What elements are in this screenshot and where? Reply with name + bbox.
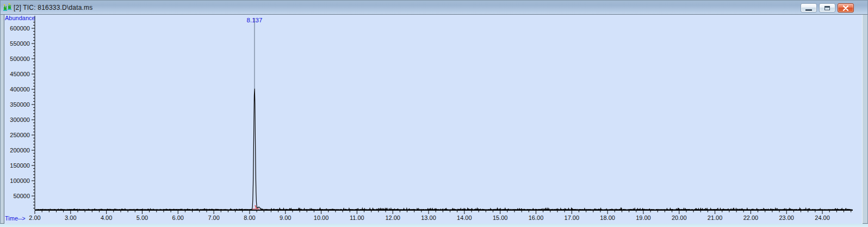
x-tick-label: 9.00 (280, 214, 291, 221)
restore-icon (824, 6, 830, 10)
chromatogram-window: [2] TIC: 816333.D\data.ms Abundance Time… (0, 0, 868, 224)
y-axis-title: Abundance (5, 15, 35, 21)
x-tick-label: 7.00 (208, 214, 219, 221)
tic-trace (35, 89, 852, 210)
window-frame-bottom (0, 224, 868, 227)
x-tick-label: 17.00 (565, 214, 580, 221)
x-tick-label: 2.00 (29, 214, 40, 221)
y-tick-label: 150000 (10, 162, 30, 169)
window-title: [2] TIC: 816333.D\data.ms (14, 3, 93, 11)
x-tick-label: 11.00 (350, 214, 364, 221)
y-tick-label: 550000 (10, 40, 30, 47)
y-tick-label: 250000 (10, 132, 30, 138)
x-tick-label: 21.00 (708, 214, 723, 221)
x-tick-label: 15.00 (493, 214, 508, 221)
x-tick-label: 19.00 (636, 214, 651, 221)
x-tick-label: 3.00 (65, 214, 76, 221)
x-tick-label: 12.00 (385, 214, 400, 221)
chromatogram-plot[interactable]: 2.003.004.005.006.007.008.009.0010.0011.… (4, 15, 862, 224)
y-tick-label: 300000 (10, 116, 30, 123)
y-tick-label: 400000 (10, 86, 30, 93)
x-tick-label: 20.00 (672, 214, 687, 221)
window-controls (801, 3, 854, 13)
peak-rt-label: 8.137 (247, 17, 263, 23)
close-icon (842, 5, 849, 11)
close-button[interactable] (838, 3, 854, 13)
x-tick-label: 14.00 (457, 214, 472, 221)
title-bar[interactable]: [2] TIC: 816333.D\data.ms (1, 1, 867, 15)
x-tick-label: 10.00 (314, 214, 329, 221)
x-tick-label: 13.00 (421, 214, 436, 221)
minimize-button[interactable] (801, 3, 817, 13)
x-tick-label: 23.00 (779, 214, 794, 221)
y-tick-label: 450000 (10, 71, 30, 77)
integration-baseline-mark (252, 209, 259, 210)
x-axis-title: Time--> (5, 215, 26, 222)
chromatogram-icon (3, 3, 12, 12)
x-tick-label: 5.00 (137, 214, 148, 221)
x-tick-label: 6.00 (172, 214, 184, 221)
restore-button[interactable] (819, 3, 835, 13)
y-tick-label: 600000 (10, 25, 30, 32)
minimize-icon (805, 9, 812, 11)
y-tick-label: 200000 (10, 147, 30, 154)
x-tick-label: 8.00 (244, 214, 255, 221)
x-tick-label: 18.00 (600, 214, 615, 221)
x-tick-label: 24.00 (815, 214, 830, 221)
y-tick-label: 350000 (10, 101, 30, 108)
plot-area[interactable]: Abundance Time--> 2.003.004.005.006.007.… (4, 15, 863, 224)
x-tick-label: 22.00 (743, 214, 759, 221)
y-tick-label: 500000 (10, 56, 30, 62)
x-tick-label: 16.00 (529, 214, 544, 221)
y-tick-label: 100000 (10, 177, 30, 184)
y-tick-label: 50000 (13, 193, 30, 199)
x-tick-label: 4.00 (101, 214, 112, 221)
